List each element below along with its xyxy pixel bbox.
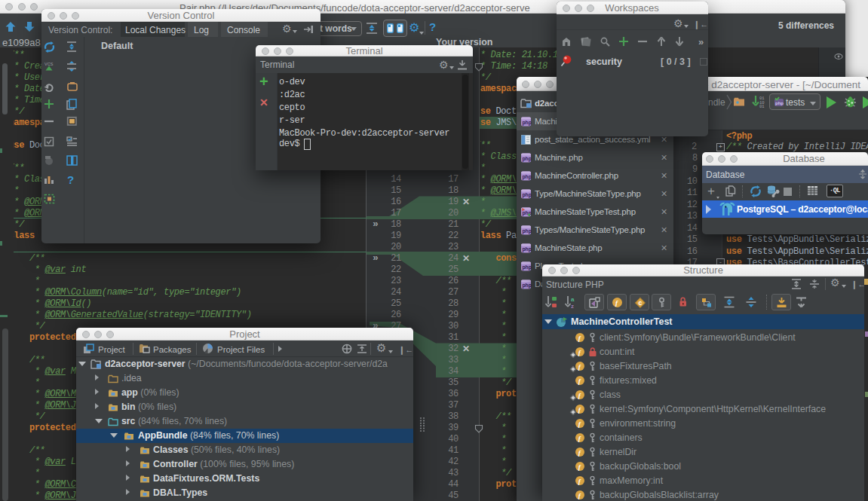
svg-text:z: z: [571, 303, 574, 309]
svg-text:php: php: [522, 173, 531, 179]
svg-text:?: ?: [67, 174, 74, 185]
svg-text:php: php: [522, 119, 531, 125]
svg-text:a: a: [571, 296, 575, 303]
svg-text:VCS: VCS: [44, 62, 54, 66]
svg-text:php: php: [522, 264, 531, 270]
svg-text:c: c: [638, 299, 642, 307]
svg-text:php: php: [522, 155, 531, 161]
svg-text:php: php: [522, 191, 531, 197]
svg-text:php: php: [522, 228, 531, 234]
svg-text:php: php: [775, 101, 784, 105]
svg-text:php: php: [522, 246, 531, 252]
svg-text:01: 01: [759, 104, 765, 108]
svg-text:php: php: [522, 282, 531, 288]
